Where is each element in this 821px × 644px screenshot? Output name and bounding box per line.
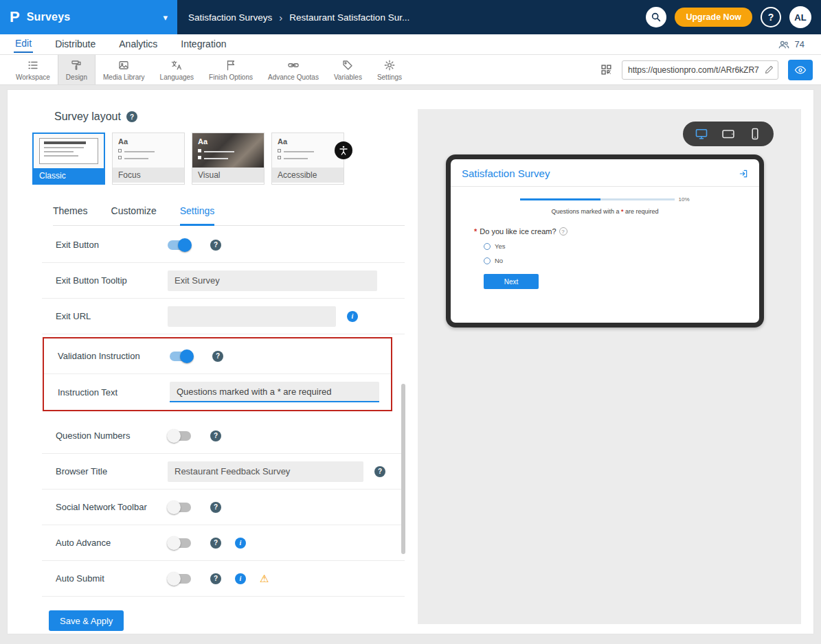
qr-code-icon[interactable] (600, 64, 612, 76)
setting-row-exit-button: Exit Button ? (42, 227, 405, 263)
save-apply-button[interactable]: Save & Apply (49, 610, 124, 631)
answer-option-yes[interactable]: Yes (484, 242, 736, 250)
instruction-text-input[interactable] (170, 382, 379, 402)
avatar[interactable]: AL (789, 6, 811, 28)
exit-url-input[interactable] (168, 306, 336, 327)
focus-thumbnail: Aa (113, 133, 184, 168)
info-icon[interactable]: i (235, 538, 246, 549)
toolbar-item-workspace[interactable]: Workspace (8, 55, 58, 84)
layout-option-classic[interactable]: Classic (32, 133, 105, 185)
app-title: Surveys (27, 11, 71, 23)
layout-option-accessible[interactable]: Aa Accessible (271, 133, 344, 185)
help-icon[interactable]: ? (210, 573, 221, 584)
setting-row-exit-button-tooltip: Exit Button Tooltip (42, 263, 405, 299)
tab-themes[interactable]: Themes (53, 205, 88, 225)
tab-edit[interactable]: Edit (14, 36, 33, 53)
setting-row-exit-url: Exit URL i (42, 299, 405, 334)
validation-instruction-toggle[interactable] (170, 352, 193, 361)
brand-section[interactable]: P Surveys ▾ (0, 0, 177, 34)
settings-tabs: Themes Customize Settings (53, 205, 405, 226)
help-icon[interactable]: ? (210, 430, 221, 441)
languages-icon (170, 59, 183, 71)
tab-integration[interactable]: Integration (179, 36, 227, 52)
layout-option-focus[interactable]: Aa Focus (112, 133, 185, 185)
social-network-toolbar-toggle[interactable] (168, 503, 191, 512)
setting-row-auto-submit: Auto Submit ? i ⚠ (42, 561, 405, 597)
next-button[interactable]: Next (484, 274, 539, 289)
help-icon[interactable]: ? (210, 240, 221, 251)
tablet-preview-button[interactable] (721, 127, 735, 141)
collaborators-count: 74 (795, 39, 805, 49)
exit-button-toggle[interactable] (168, 240, 191, 250)
question-numbers-toggle[interactable] (168, 431, 191, 441)
main-nav: Edit Distribute Analytics Integration 74 (0, 34, 821, 55)
setting-label: Exit Button (56, 240, 168, 250)
browser-title-input[interactable] (168, 461, 363, 482)
setting-row-auto-advance: Auto Advance ? i (42, 525, 405, 561)
preview-eye-button[interactable] (788, 60, 813, 80)
page-title: Survey layout (54, 111, 121, 123)
desktop-icon (695, 127, 708, 141)
exit-survey-icon[interactable] (739, 169, 748, 179)
auto-advance-toggle[interactable] (168, 538, 191, 548)
radio-icon[interactable] (484, 243, 491, 250)
mobile-icon (748, 127, 762, 141)
tab-customize[interactable]: Customize (111, 205, 157, 225)
toolbar-item-variables[interactable]: Variables (326, 55, 370, 84)
help-icon[interactable]: ? (210, 538, 221, 549)
mobile-preview-button[interactable] (748, 127, 762, 141)
setting-label: Instruction Text (58, 387, 170, 398)
toolbar-item-design[interactable]: Design (58, 55, 95, 84)
radio-icon[interactable] (484, 257, 491, 264)
instruction-suffix: are required (624, 208, 659, 215)
breadcrumb-item-surveys[interactable]: Satisfaction Surveys (188, 12, 272, 23)
survey-url-input[interactable] (622, 60, 778, 80)
question-text: Do you like ice cream? (480, 227, 556, 235)
help-icon[interactable]: ? (374, 466, 385, 477)
desktop-preview-button[interactable] (695, 127, 708, 141)
setting-label: Question Numbers (56, 430, 168, 441)
tab-settings[interactable]: Settings (180, 205, 215, 226)
toggle-knob (167, 429, 181, 443)
toolbar-item-languages[interactable]: Languages (153, 55, 202, 84)
top-header-bar: P Surveys ▾ Satisfaction Surveys › Resta… (0, 0, 821, 34)
toolbar-item-settings[interactable]: Settings (370, 55, 409, 84)
info-icon[interactable]: i (235, 573, 246, 584)
setting-row-question-numbers: Question Numbers ? (42, 418, 405, 454)
question-help-icon[interactable]: ? (559, 227, 567, 235)
setting-row-instruction-text: Instruction Text (44, 374, 391, 410)
info-icon[interactable]: i (347, 311, 358, 322)
settings-scrollbar[interactable] (401, 384, 405, 554)
layout-option-visual[interactable]: Aa Visual (192, 133, 265, 185)
exit-button-tooltip-input[interactable] (168, 271, 377, 291)
auto-submit-toggle[interactable] (168, 574, 191, 584)
search-icon[interactable] (646, 7, 666, 27)
option-label: No (495, 257, 503, 264)
setting-row-social-network-toolbar: Social Network Toolbar ? (42, 490, 405, 525)
chevron-down-icon[interactable]: ▾ (163, 12, 168, 23)
edit-url-pencil-icon[interactable] (764, 65, 774, 75)
upgrade-now-button[interactable]: Upgrade Now (675, 8, 752, 27)
tablet-icon (721, 127, 735, 141)
tab-analytics[interactable]: Analytics (117, 36, 159, 52)
setting-label: Auto Advance (56, 538, 168, 548)
toggle-knob (180, 349, 194, 363)
answer-option-no[interactable]: No (484, 257, 736, 264)
instruction-prefix: Questions marked with a (551, 208, 621, 215)
tab-distribute[interactable]: Distribute (54, 36, 97, 52)
help-icon[interactable]: ? (761, 7, 781, 27)
survey-preview-frame: Satisfaction Survey 10% Questions marked… (446, 154, 764, 327)
help-icon[interactable]: ? (210, 502, 221, 513)
toolbar-item-advance-quotas[interactable]: Advance Quotas (260, 55, 326, 84)
help-icon[interactable]: ? (212, 351, 223, 362)
settings-gear-icon (383, 59, 396, 71)
preview-survey-body: 10% Questions marked with a * are requir… (451, 187, 759, 289)
setting-label: Social Network Toolbar (56, 502, 168, 512)
toolbar-item-finish-options[interactable]: Finish Options (201, 55, 260, 84)
help-icon[interactable]: ? (126, 111, 137, 122)
device-preview-toggle (683, 122, 774, 146)
toolbar-item-media-library[interactable]: Media Library (95, 55, 153, 84)
setting-row-validation-instruction: Validation Instruction ? (44, 338, 391, 374)
design-toolbar: Workspace Design Media Library Languages… (0, 55, 821, 85)
collaborators[interactable]: 74 (778, 38, 805, 51)
